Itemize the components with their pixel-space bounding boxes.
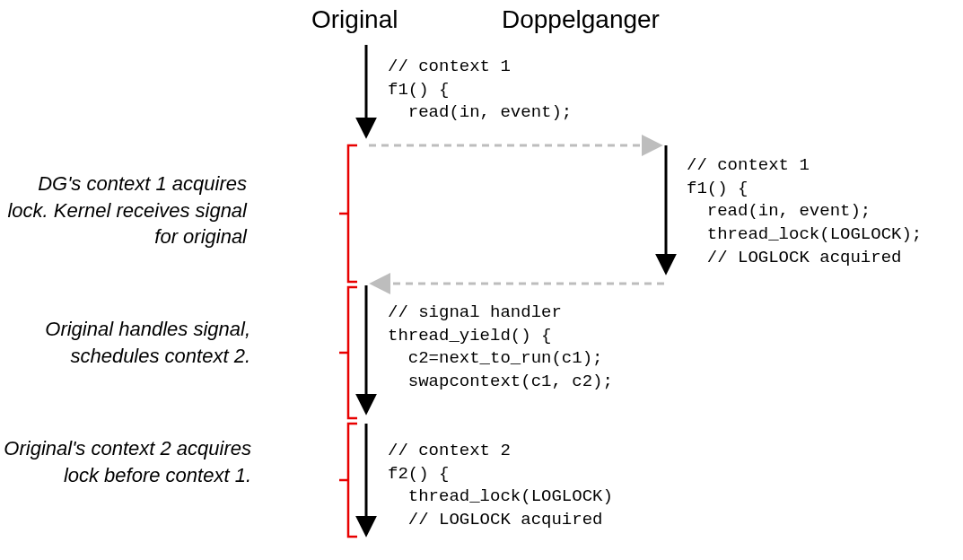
code-signal-handler: // signal handler thread_yield() { c2=ne…: [388, 302, 613, 394]
code-context1-doppelganger: // context 1 f1() { read(in, event); thr…: [687, 154, 922, 269]
heading-original: Original: [311, 5, 398, 34]
annotation-1: DG's context 1 acquires lock. Kernel rec…: [0, 171, 247, 250]
annotation-2: Original handles signal, schedules conte…: [0, 316, 250, 369]
bracket-2: [339, 287, 357, 418]
code-context1-original: // context 1 f1() { read(in, event);: [388, 56, 572, 125]
bracket-1: [339, 145, 357, 282]
bracket-3: [339, 424, 357, 537]
code-context2: // context 2 f2() { thread_lock(LOGLOCK)…: [388, 440, 613, 532]
heading-doppelganger: Doppelganger: [502, 5, 660, 34]
annotation-3: Original's context 2 acquires lock befor…: [0, 435, 251, 488]
